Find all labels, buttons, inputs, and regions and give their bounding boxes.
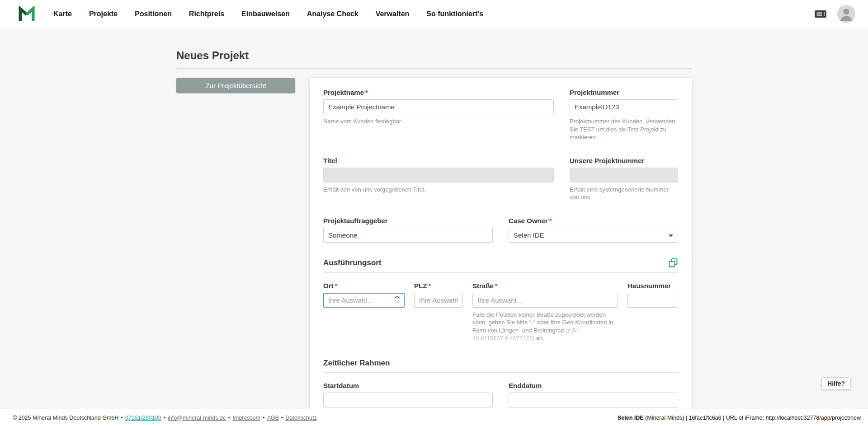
strasse-input[interactable] <box>472 293 618 308</box>
projektname-input[interactable] <box>323 99 554 114</box>
page-footer: © 2025 Mineral Minds Deutschland GmbH • … <box>0 409 868 426</box>
required-asterisk: * <box>495 282 498 290</box>
footer-agb-link[interactable]: AGB <box>267 415 278 421</box>
case-owner-select[interactable]: Selen IDE <box>509 228 678 243</box>
help-button[interactable]: Hilfe? <box>821 377 851 390</box>
ort-input[interactable] <box>323 293 405 308</box>
server-icon[interactable] <box>814 9 827 19</box>
chevron-down-icon <box>669 234 673 237</box>
plz-input[interactable] <box>414 293 463 308</box>
main-content: Neues Projekt Zur Projektübersicht Proje… <box>176 28 692 424</box>
titel-label: Titel <box>323 157 554 164</box>
plz-label: PLZ* <box>414 282 463 290</box>
nav-item-einbauweisen[interactable]: Einbauweisen <box>241 10 290 18</box>
divider <box>323 372 678 373</box>
navbar-right <box>814 5 855 23</box>
footer-separator: • <box>121 415 123 421</box>
nav-item-projekte[interactable]: Projekte <box>89 10 118 18</box>
footer-email-link[interactable]: info@mineral-minds.de <box>168 415 226 421</box>
footer-impressum-link[interactable]: Impressum <box>232 415 260 421</box>
footer-separator: • <box>263 415 264 421</box>
nav-item-richtpreis[interactable]: Richtpreis <box>189 10 224 18</box>
footer-separator: • <box>281 415 283 421</box>
nav-item-so-funktionierts[interactable]: So funktioniert's <box>426 10 483 18</box>
new-project-form-card: Projektname* Name vom Kunden festlegbar … <box>310 78 692 424</box>
person-icon <box>837 5 855 23</box>
page-title: Neues Projekt <box>176 49 692 62</box>
projektnummer-input[interactable] <box>570 99 678 114</box>
titel-helper: Erhält den von uns vorgegebenen Titel. <box>323 186 554 194</box>
projektauftraggeber-label: Projektauftraggeber <box>323 217 493 225</box>
strasse-label: Straße* <box>472 282 618 290</box>
mineral-minds-logo[interactable] <box>18 6 35 22</box>
projektauftraggeber-input[interactable] <box>323 228 493 243</box>
required-asterisk: * <box>428 282 431 290</box>
enddatum-input[interactable] <box>509 393 678 407</box>
projektname-label: Projektname* <box>323 89 554 96</box>
case-owner-selected-value: Selen IDE <box>514 231 544 239</box>
section-title-ausfuehrungsort: Ausführungsort <box>323 258 381 267</box>
unsere-projektnummer-helper: Erhält eine systemgenerierte Nummer von … <box>570 186 678 201</box>
unsere-projektnummer-label: Unsere Projektnummer <box>570 157 678 164</box>
hausnummer-label: Hausnummer <box>627 282 678 290</box>
required-asterisk: * <box>549 217 552 225</box>
strasse-helper: Falls die Position keiner Straße zugeord… <box>472 311 618 342</box>
divider <box>323 272 678 273</box>
project-overview-button[interactable]: Zur Projektübersicht <box>176 78 295 93</box>
nav-item-positionen[interactable]: Positionen <box>135 10 172 18</box>
divider <box>176 68 692 69</box>
case-owner-label: Case Owner* <box>509 217 678 225</box>
footer-copyright: © 2025 Mineral Minds Deutschland GmbH <box>13 415 118 421</box>
user-avatar[interactable] <box>837 5 855 23</box>
footer-datenschutz-link[interactable]: Datenschutz <box>285 415 316 421</box>
footer-phone-link[interactable]: 07151/250100 <box>125 415 161 421</box>
projektname-helper: Name vom Kunden festlegbar <box>323 117 554 126</box>
nav-item-analyse-check[interactable]: Analyse Check <box>307 10 359 18</box>
footer-separator: • <box>228 415 230 421</box>
titel-input <box>323 168 554 183</box>
copy-icon[interactable] <box>668 258 678 268</box>
projektnummer-helper: Projektnummer des Kunden. Verwenden Sie … <box>570 117 678 141</box>
loading-spinner-icon <box>394 296 401 303</box>
logo-m-icon <box>18 6 35 22</box>
required-asterisk: * <box>365 89 368 96</box>
hausnummer-input[interactable] <box>627 293 678 308</box>
footer-session-info: Selen IDE (Mineral Minds) | 16fae1ffc6a6… <box>618 415 861 421</box>
required-asterisk: * <box>335 282 338 290</box>
nav-item-verwalten[interactable]: Verwalten <box>376 10 410 18</box>
top-navbar: Karte Projekte Positionen Richtpreis Ein… <box>0 0 868 28</box>
main-navigation: Karte Projekte Positionen Richtpreis Ein… <box>53 10 500 18</box>
unsere-projektnummer-input <box>570 168 678 183</box>
section-title-zeitlicher-rahmen: Zeitlicher Rahmen <box>323 359 390 368</box>
enddatum-label: Enddatum <box>509 382 678 389</box>
startdatum-input[interactable] <box>323 393 493 407</box>
ort-label: Ort* <box>323 282 405 290</box>
footer-separator: • <box>164 415 165 421</box>
nav-item-karte[interactable]: Karte <box>53 10 72 18</box>
startdatum-label: Startdatum <box>323 382 493 389</box>
projektnummer-label: Projektnummer <box>570 89 678 96</box>
